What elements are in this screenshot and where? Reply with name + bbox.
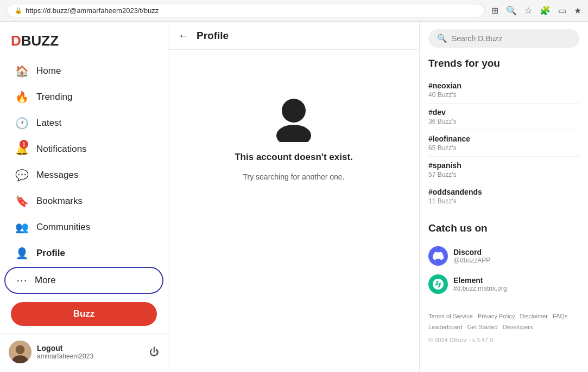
leaderboard-link[interactable]: Leaderboard (428, 324, 462, 330)
grid-icon[interactable]: ⊞ (491, 5, 498, 16)
element-handle: #d.buzz:matrix.org (453, 285, 507, 292)
main-content: ← Profile This account doesn't exist. Tr… (168, 22, 420, 372)
sidebar-item-messages[interactable]: 💬 Messages (4, 163, 163, 188)
trends-title: Trends for you (428, 57, 579, 69)
sidebar-item-communities[interactable]: 👥 Communities (4, 215, 163, 240)
svg-point-4 (276, 125, 311, 142)
clock-icon: 🕐 (15, 117, 29, 130)
more-icon: ⋯ (16, 274, 27, 287)
trend-item[interactable]: #neoxian 40 Buzz's (428, 77, 579, 104)
buzz-button[interactable]: Buzz (11, 302, 157, 326)
message-icon: 💬 (15, 169, 29, 182)
discord-name: Discord (453, 248, 490, 256)
logo[interactable]: D BUZZ (0, 28, 168, 58)
bookmark-icon[interactable]: ★ (574, 5, 581, 16)
footer-links: Terms of Service Privacy Policy Disclaim… (428, 311, 579, 345)
app-container: D BUZZ 🏠 Home 🔥 Trending 🕐 Latest 🔔 1 No… (0, 22, 588, 372)
sidebar-item-latest[interactable]: 🕐 Latest (4, 111, 163, 136)
not-found-subtitle: Try searching for another one. (243, 172, 344, 181)
trend-count: 11 Buzz's (428, 197, 579, 205)
element-icon (428, 274, 448, 294)
account-not-found: This account doesn't exist. Try searchin… (168, 50, 419, 225)
notification-badge: 1 (20, 140, 28, 149)
catch-section: Catch us on Discord @dbuzzAPP Element #d… (428, 222, 579, 298)
trend-item[interactable]: #dev 36 Buzz's (428, 104, 579, 130)
browser-bar: 🔒 https://d.buzz/@ammarfaheem2023/t/buzz… (0, 0, 588, 22)
search-bar[interactable]: 🔍 (428, 29, 579, 48)
disclaimer-link[interactable]: Disclaimer (520, 313, 548, 319)
discord-info: Discord @dbuzzAPP (453, 248, 490, 264)
trend-count: 57 Buzz's (428, 171, 579, 178)
privacy-link[interactable]: Privacy Policy (478, 313, 515, 319)
element-name: Element (453, 276, 507, 285)
page-title: Profile (197, 30, 229, 42)
not-found-title: This account doesn't exist. (235, 152, 353, 163)
trend-tag: #neoxian (428, 81, 579, 90)
page-header: ← Profile (168, 22, 419, 50)
discord-item[interactable]: Discord @dbuzzAPP (428, 242, 579, 270)
faqs-link[interactable]: FAQs (553, 313, 568, 319)
trend-tag: #spanish (428, 161, 579, 170)
sidebar-toggle-icon[interactable]: ▭ (558, 5, 566, 16)
star-icon[interactable]: ☆ (524, 5, 532, 16)
discord-handle: @dbuzzAPP (453, 256, 490, 264)
trends-section: Trends for you #neoxian 40 Buzz's #dev 3… (428, 57, 579, 209)
terms-link[interactable]: Terms of Service (428, 313, 473, 319)
element-info: Element #d.buzz:matrix.org (453, 276, 507, 292)
sidebar-item-profile[interactable]: 👤 Profile (4, 241, 163, 266)
get-started-link[interactable]: Get Started (467, 324, 497, 330)
bookmark-nav-icon: 🔖 (15, 195, 29, 208)
trend-item[interactable]: #oddsandends 11 Buzz's (428, 183, 579, 209)
communities-icon: 👥 (15, 221, 29, 234)
url-bar[interactable]: 🔒 https://d.buzz/@ammarfaheem2023/t/buzz (7, 4, 485, 17)
url-text: https://d.buzz/@ammarfaheem2023/t/buzz (26, 7, 159, 15)
trending-label: Trending (36, 92, 72, 102)
communities-label: Communities (36, 222, 90, 233)
profile-label: Profile (36, 248, 65, 259)
sidebar: D BUZZ 🏠 Home 🔥 Trending 🕐 Latest 🔔 1 No… (0, 22, 168, 372)
user-display-name: Logout (37, 344, 144, 352)
sidebar-item-home[interactable]: 🏠 Home (4, 59, 163, 84)
trend-count: 36 Buzz's (428, 118, 579, 125)
bookmarks-label: Bookmarks (36, 196, 83, 207)
back-button[interactable]: ← (178, 29, 189, 42)
sidebar-item-notifications[interactable]: 🔔 1 Notifications (4, 137, 163, 162)
user-info: Logout ammarfaheem2023 (37, 344, 144, 360)
search-icon: 🔍 (437, 34, 447, 43)
extensions-icon[interactable]: 🧩 (540, 5, 551, 16)
sidebar-footer: Logout ammarfaheem2023 ⏻ (0, 333, 168, 370)
user-handle: ammarfaheem2023 (37, 352, 144, 360)
trend-tag: #dev (428, 108, 579, 117)
trend-count: 40 Buzz's (428, 91, 579, 99)
trend-tag: #leofinance (428, 134, 579, 143)
logout-icon[interactable]: ⏻ (149, 347, 159, 358)
latest-label: Latest (36, 118, 61, 129)
discord-icon (428, 246, 448, 266)
trend-item[interactable]: #leofinance 65 Buzz's (428, 130, 579, 157)
element-item[interactable]: Element #d.buzz:matrix.org (428, 270, 579, 298)
sidebar-item-more[interactable]: ⋯ More (4, 267, 163, 294)
sidebar-item-trending[interactable]: 🔥 Trending (4, 85, 163, 110)
right-panel: 🔍 Trends for you #neoxian 40 Buzz's #dev… (420, 22, 588, 372)
developers-link[interactable]: Developers (503, 324, 533, 330)
trend-count: 65 Buzz's (428, 144, 579, 152)
logo-buzz: BUZZ (21, 33, 59, 49)
avatar (9, 341, 31, 363)
home-label: Home (36, 66, 61, 76)
catch-title: Catch us on (428, 222, 579, 234)
trend-item[interactable]: #spanish 57 Buzz's (428, 157, 579, 183)
home-icon: 🏠 (15, 65, 29, 78)
sidebar-item-bookmarks[interactable]: 🔖 Bookmarks (4, 189, 163, 214)
more-label: More (35, 275, 56, 286)
logo-d: D (11, 33, 21, 49)
profile-icon: 👤 (15, 247, 29, 260)
zoom-icon[interactable]: 🔍 (506, 5, 517, 16)
svg-point-3 (282, 99, 306, 123)
notifications-label: Notifications (36, 144, 87, 155)
empty-profile-icon (269, 93, 318, 142)
fire-icon: 🔥 (15, 91, 29, 104)
lock-icon: 🔒 (15, 7, 22, 14)
search-input[interactable] (452, 34, 571, 43)
messages-label: Messages (36, 170, 78, 181)
trend-tag: #oddsandends (428, 188, 579, 196)
